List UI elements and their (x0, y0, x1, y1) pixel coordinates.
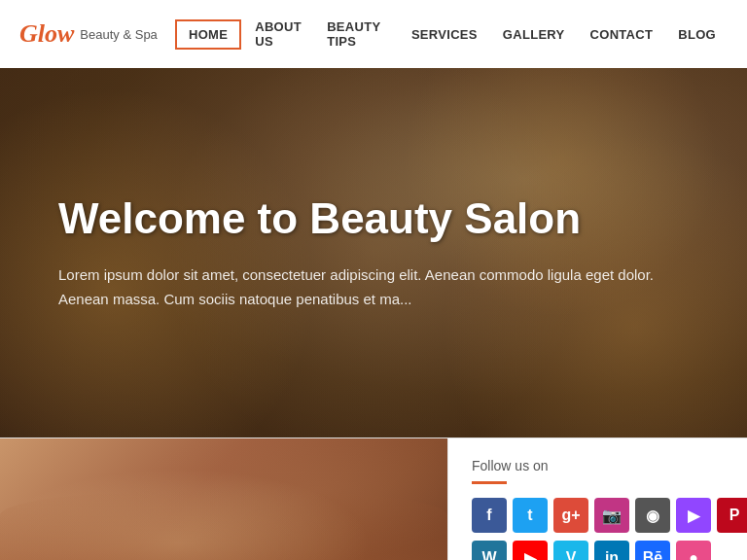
spa-image-panel (0, 438, 447, 560)
google-icon[interactable]: g+ (553, 498, 588, 533)
logo-subtitle: Beauty & Spa (80, 27, 158, 42)
hero-title: Welcome to Beauty Salon (58, 194, 681, 243)
pinterest-icon[interactable]: P (717, 498, 747, 533)
facebook-icon[interactable]: f (472, 498, 507, 533)
behance-icon[interactable]: Bē (635, 541, 670, 560)
circle-icon[interactable]: ◉ (635, 498, 670, 533)
hero-content: Welcome to Beauty Salon Lorem ipsum dolo… (58, 194, 681, 312)
follow-divider (472, 481, 507, 484)
twitter-icon[interactable]: t (513, 498, 548, 533)
instagram-icon[interactable]: 📷 (594, 498, 629, 533)
nav-item-about-us[interactable]: ABOUT US (243, 14, 313, 54)
vimeo-icon[interactable]: V (553, 541, 588, 560)
logo-glow: Glow (19, 19, 74, 49)
dribbble-icon[interactable]: ● (676, 541, 711, 560)
logo-area: Glow Beauty & Spa (19, 19, 175, 49)
nav-item-home[interactable]: HOME (175, 19, 241, 50)
linkedin-icon[interactable]: in (594, 541, 629, 560)
nav-item-contact[interactable]: CONTACT (579, 21, 665, 48)
nav-item-beauty-tips[interactable]: BEAUTY TIPS (315, 14, 398, 54)
social-row: ftg+📷◉▶P (472, 498, 747, 533)
follow-label: Follow us on (472, 458, 747, 473)
hero-section: Welcome to Beauty Salon Lorem ipsum dolo… (0, 68, 747, 438)
below-hero-section: Follow us on ftg+📷◉▶PW▶VinBē● (0, 438, 747, 560)
nav-item-gallery[interactable]: GALLERY (491, 21, 577, 48)
youtube-icon[interactable]: ▶ (513, 541, 548, 560)
header: Glow Beauty & Spa HOMEABOUT USBEAUTY TIP… (0, 0, 747, 68)
nav-item-services[interactable]: SERVICES (400, 21, 489, 48)
main-nav: HOMEABOUT USBEAUTY TIPSSERVICESGALLERYCO… (175, 14, 728, 54)
social-grid: ftg+📷◉▶PW▶VinBē● (472, 498, 747, 560)
nav-item-blog[interactable]: BLOG (666, 21, 728, 48)
social-row: W▶VinBē● (472, 541, 747, 560)
hero-description: Lorem ipsum dolor sit amet, consectetuer… (58, 262, 681, 312)
wordpress-icon[interactable]: W (472, 541, 507, 560)
twitch-icon[interactable]: ▶ (676, 498, 711, 533)
social-panel: Follow us on ftg+📷◉▶PW▶VinBē● (447, 438, 747, 560)
